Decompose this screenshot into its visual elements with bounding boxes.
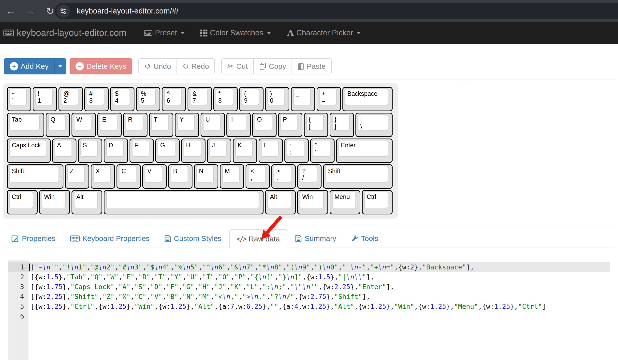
key-z[interactable]: Z — [64, 164, 90, 189]
key-u[interactable]: U — [200, 112, 226, 138]
key-c[interactable]: C — [116, 164, 142, 189]
tab-tools[interactable]: Tools — [344, 229, 385, 248]
code-token: "Backspace" — [422, 263, 466, 271]
key-space[interactable] — [103, 189, 264, 215]
browser-back-icon[interactable]: ← — [3, 5, 18, 17]
key-_[interactable]: _- — [290, 86, 316, 112]
key-t[interactable]: T — [148, 112, 174, 138]
key-o[interactable]: O — [251, 112, 277, 138]
key-f[interactable]: F — [129, 138, 155, 164]
add-key-button[interactable]: + Add Key — [4, 58, 54, 74]
key-enter[interactable]: Enter — [335, 138, 393, 164]
key-alt[interactable]: Alt — [71, 189, 103, 215]
paste-button[interactable]: Paste — [292, 58, 332, 74]
key-shift[interactable]: Shift — [322, 164, 393, 189]
key-tab[interactable]: Tab — [6, 112, 45, 138]
key-q[interactable]: Q — [45, 112, 71, 138]
key-g[interactable]: G — [155, 138, 180, 164]
redo-button[interactable]: ↻ Redo — [177, 58, 215, 74]
key-d[interactable]: D — [103, 138, 129, 164]
code-line[interactable]: [{w:1.75},"Caps Lock","A","S","D","F","G… — [29, 282, 610, 292]
key-ctrl[interactable]: Ctrl — [6, 189, 38, 215]
browser-forward-icon[interactable]: → — [23, 5, 37, 17]
key-m[interactable]: M — [219, 164, 245, 189]
key-([interactable]: (9 — [238, 86, 264, 112]
key-caps-lock[interactable]: Caps Lock — [6, 138, 51, 164]
key-#[interactable]: #3 — [84, 86, 109, 112]
tab-keyboard-properties[interactable]: Keyboard Properties — [63, 229, 157, 248]
tab-summary[interactable]: Summary — [288, 229, 343, 248]
url-text[interactable]: keyboard-layout-editor.com/#/ — [77, 7, 178, 15]
address-bar[interactable]: keyboard-layout-editor.com/#/ — [55, 3, 618, 19]
key-"[interactable]: "' — [309, 138, 335, 164]
menu-character-picker[interactable]: A Character Picker — [287, 28, 361, 38]
code-line[interactable]: [{w:2.25},"Shift","Z","X","C","V","B","N… — [29, 292, 610, 302]
key-%[interactable]: %5 — [135, 86, 161, 112]
brand[interactable]: keyboard-layout-editor.com — [3, 28, 126, 38]
key-a[interactable]: A — [51, 138, 77, 164]
key-^[interactable]: ^6 — [161, 86, 187, 112]
key-*[interactable]: *8 — [213, 86, 238, 112]
menu-preset[interactable]: Preset — [144, 28, 185, 37]
key-$[interactable]: $4 — [109, 86, 135, 112]
keyboard-canvas[interactable]: ~`!1@2#3$4%5^6&7*8(9)0_-+=BackspaceTabQW… — [3, 83, 398, 219]
code-token: "} — [278, 273, 286, 281]
key-i[interactable]: I — [226, 112, 251, 138]
key-e[interactable]: E — [97, 112, 122, 138]
key-h[interactable]: H — [180, 138, 206, 164]
key-<[interactable]: <, — [245, 164, 271, 189]
code-token: "Shift" — [334, 293, 362, 300]
undo-button[interactable]: ↺ Undo — [138, 58, 177, 74]
raw-data-editor[interactable]: 123456 ["~\n`","!\n1","@\n2","#\n3","$\n… — [8, 260, 610, 360]
code-token: "S" — [134, 283, 147, 291]
code-line[interactable]: ["~\n`","!\n1","@\n2","#\n3","$\n4","%\n… — [29, 262, 610, 272]
code-line[interactable]: [{w:1.5},"Tab","Q","W","E","R","T","Y","… — [29, 272, 610, 282]
tab-raw-data[interactable]: </>Raw data — [229, 229, 287, 248]
key-{[interactable]: {[ — [303, 112, 329, 138]
key-k[interactable]: K — [232, 138, 258, 164]
key-)[interactable]: )0 — [264, 86, 290, 112]
key-~[interactable]: ~` — [6, 86, 32, 112]
code-line[interactable] — [29, 311, 610, 321]
key-alt[interactable]: Alt — [264, 189, 296, 215]
key-win[interactable]: Win — [296, 189, 329, 215]
menu-color-swatches[interactable]: Color Swatches — [200, 28, 271, 37]
code-token: "D" — [150, 283, 162, 291]
key-+[interactable]: += — [316, 86, 342, 112]
key-?[interactable]: ?/ — [296, 164, 322, 189]
key-win[interactable]: Win — [38, 189, 71, 215]
add-key-dropdown-button[interactable] — [54, 58, 66, 74]
key-l[interactable]: L — [258, 138, 284, 164]
key-@[interactable]: @2 — [58, 86, 84, 112]
key-backspace[interactable]: Backspace — [342, 86, 393, 112]
key-w[interactable]: W — [71, 112, 97, 138]
key->[interactable]: >. — [271, 164, 296, 189]
key-![interactable]: !1 — [32, 86, 58, 112]
tab-properties[interactable]: Properties — [4, 229, 62, 248]
key-p[interactable]: P — [277, 112, 303, 138]
site-settings-icon[interactable] — [57, 4, 70, 18]
delete-keys-button[interactable]: − Delete Keys — [70, 58, 132, 74]
code-token: [{w: — [30, 273, 46, 281]
key-r[interactable]: R — [122, 112, 148, 138]
cut-button[interactable]: ✂ Cut — [221, 58, 253, 74]
key-b[interactable]: B — [167, 164, 193, 189]
editor-code-area[interactable]: ["~\n`","!\n1","@\n2","#\n3","$\n4","%\n… — [29, 260, 610, 360]
key-|[interactable]: |\ — [355, 112, 394, 138]
code-line[interactable]: [{w:1.25},"Ctrl",{w:1.25},"Win",{w:1.25}… — [29, 302, 610, 311]
key-x[interactable]: X — [90, 164, 116, 189]
key-ctrl[interactable]: Ctrl — [361, 189, 393, 215]
key-v[interactable]: V — [142, 164, 167, 189]
key-&[interactable]: &7 — [187, 86, 213, 112]
key-}[interactable]: }] — [329, 112, 355, 138]
key-:[interactable]: :; — [284, 138, 309, 164]
brand-label[interactable]: keyboard-layout-editor.com — [17, 28, 126, 38]
key-menu[interactable]: Menu — [329, 189, 361, 215]
key-j[interactable]: J — [206, 138, 232, 164]
key-y[interactable]: Y — [174, 112, 200, 138]
key-n[interactable]: N — [193, 164, 219, 189]
tab-custom-styles[interactable]: Custom Styles — [157, 229, 228, 248]
copy-button[interactable]: Copy — [253, 58, 292, 74]
key-shift[interactable]: Shift — [6, 164, 64, 189]
key-s[interactable]: S — [77, 138, 103, 164]
